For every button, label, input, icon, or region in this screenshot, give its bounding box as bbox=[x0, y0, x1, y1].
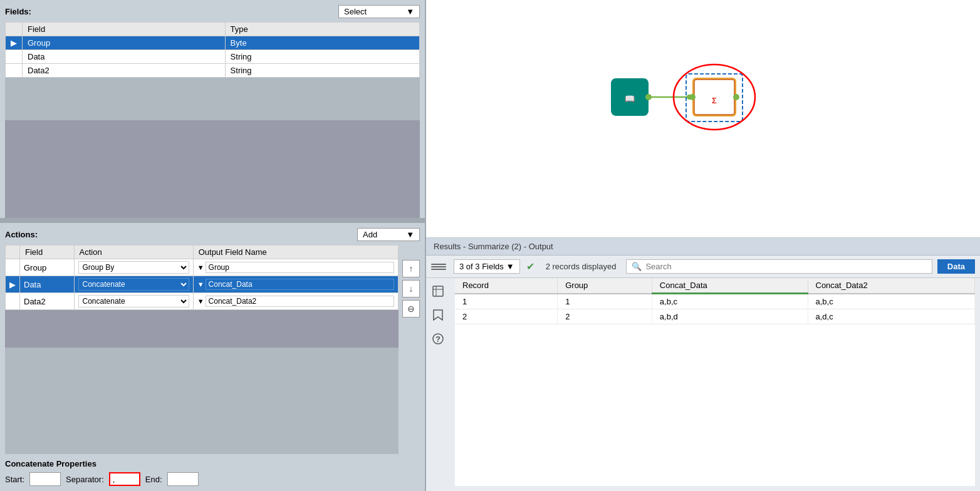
add-dropdown-button[interactable]: Add ▼ bbox=[357, 228, 420, 241]
end-label: End: bbox=[145, 475, 162, 484]
action-type: Concatenate bbox=[74, 276, 193, 293]
fields-count-button[interactable]: 3 of 3 Fields ▼ bbox=[454, 259, 520, 274]
actions-table: Field Action Output Field Name Group Gro… bbox=[5, 245, 399, 310]
fields-header: Fields: Select ▼ bbox=[5, 5, 420, 18]
fields-col-field: Field bbox=[23, 23, 226, 36]
fields-col-arrow bbox=[6, 23, 23, 36]
output-field: ▼ bbox=[193, 259, 398, 276]
svg-text:?: ? bbox=[435, 334, 440, 344]
row-arrow: ▶ bbox=[6, 36, 23, 50]
results-table: Record Group Concat_Data Concat_Data2 1 … bbox=[455, 278, 975, 324]
concat-fields-row: Start: Separator: End: bbox=[5, 472, 420, 486]
data-button-label: Data bbox=[947, 262, 965, 271]
action-row-arrow bbox=[6, 259, 20, 276]
lines-icon bbox=[431, 262, 446, 271]
svg-rect-1 bbox=[433, 286, 443, 296]
actions-grey-area bbox=[5, 310, 399, 348]
results-table-container: Record Group Concat_Data Concat_Data2 1 … bbox=[455, 278, 975, 486]
result-group: 1 bbox=[558, 294, 652, 309]
select-dropdown-button[interactable]: Select ▼ bbox=[338, 5, 420, 18]
table-icon[interactable] bbox=[430, 283, 446, 299]
section-divider bbox=[0, 218, 425, 223]
col-header-record: Record bbox=[455, 278, 558, 294]
action-type: Concatenate bbox=[74, 293, 193, 310]
result-concat-data2: a,d,c bbox=[808, 309, 975, 324]
action-type: Group By bbox=[74, 259, 193, 276]
select-dropdown-icon: ▼ bbox=[406, 7, 414, 16]
fields-label: Fields: bbox=[5, 7, 31, 16]
results-table-row: 2 2 a,b,d a,d,c bbox=[455, 309, 975, 324]
data-button[interactable]: Data bbox=[937, 259, 975, 274]
col-header-concat-data: Concat_Data bbox=[652, 278, 808, 294]
bookmark-icon[interactable] bbox=[430, 307, 446, 323]
action-select[interactable]: Group By bbox=[78, 261, 189, 274]
search-box: 🔍 bbox=[626, 259, 932, 274]
field-name: Data bbox=[23, 50, 226, 64]
fields-table-row[interactable]: ▶ Group Byte bbox=[6, 36, 420, 50]
actions-table-container: Field Action Output Field Name Group Gro… bbox=[5, 245, 399, 454]
remove-button[interactable]: ⊖ bbox=[402, 300, 420, 318]
result-record: 2 bbox=[455, 309, 558, 324]
move-down-button[interactable]: ↓ bbox=[402, 280, 420, 297]
select-label: Select bbox=[344, 7, 367, 16]
left-panel: Fields: Select ▼ Field Type ▶ Group Byte bbox=[0, 0, 426, 491]
action-row-arrow bbox=[6, 293, 20, 310]
actions-table-wrapper: Field Action Output Field Name Group Gro… bbox=[5, 245, 420, 454]
fields-table-row[interactable]: Data String bbox=[6, 50, 420, 64]
add-label: Add bbox=[363, 230, 377, 239]
move-up-button[interactable]: ↑ bbox=[402, 260, 420, 277]
results-title: Results - Summarize (2) - Output bbox=[434, 242, 553, 251]
left-icon-group bbox=[431, 262, 446, 271]
start-label: Start: bbox=[5, 475, 24, 484]
actions-table-row[interactable]: Group Group By ▼ bbox=[6, 259, 399, 276]
fields-count-dropdown-icon: ▼ bbox=[506, 262, 514, 271]
result-concat-data2: a,b,c bbox=[808, 294, 975, 309]
fields-col-type: Type bbox=[225, 23, 419, 36]
concat-section: Concatenate Properties Start: Separator:… bbox=[5, 454, 420, 486]
results-panel: Results - Summarize (2) - Output 3 of 3 … bbox=[426, 238, 980, 491]
separator-input[interactable] bbox=[109, 472, 140, 486]
fields-grey-area bbox=[5, 120, 420, 219]
field-name: Group bbox=[23, 36, 226, 50]
output-field: ▼ bbox=[193, 293, 398, 310]
fields-count-text: 3 of 3 Fields bbox=[459, 262, 504, 271]
output-field-input[interactable] bbox=[206, 262, 394, 273]
records-count: 2 records displayed bbox=[546, 262, 617, 271]
action-select[interactable]: Concatenate bbox=[78, 295, 189, 308]
results-toolbar: 3 of 3 Fields ▼ ✔ 2 records displayed 🔍 … bbox=[426, 256, 980, 278]
svg-marker-4 bbox=[434, 310, 442, 320]
action-field: Group bbox=[20, 259, 75, 276]
add-dropdown-icon: ▼ bbox=[406, 230, 414, 239]
action-field: Data2 bbox=[20, 293, 75, 310]
output-field-input[interactable] bbox=[206, 279, 394, 290]
fields-section: Fields: Select ▼ Field Type ▶ Group Byte bbox=[5, 5, 420, 218]
separator-label: Separator: bbox=[66, 475, 104, 484]
concat-title: Concatenate Properties bbox=[5, 459, 420, 468]
side-buttons: ↑ ↓ ⊖ bbox=[399, 245, 420, 454]
actions-label: Actions: bbox=[5, 230, 38, 239]
fields-table-container: Field Type ▶ Group Byte Data String Data… bbox=[5, 22, 420, 120]
fields-table-row[interactable]: Data2 String bbox=[6, 64, 420, 78]
actions-col-output: Output Field Name bbox=[193, 246, 398, 259]
book-icon: 📖 bbox=[625, 93, 635, 104]
end-input[interactable] bbox=[167, 472, 199, 486]
col-header-group: Group bbox=[558, 278, 652, 294]
actions-table-row[interactable]: ▶ Data Concatenate ▼ bbox=[6, 276, 399, 293]
fields-table: Field Type ▶ Group Byte Data String Data… bbox=[5, 22, 420, 78]
row-arrow bbox=[6, 64, 23, 78]
action-select[interactable]: Concatenate bbox=[78, 278, 189, 291]
help-icon[interactable]: ? bbox=[430, 331, 446, 347]
results-header: Results - Summarize (2) - Output bbox=[426, 238, 980, 256]
result-record: 1 bbox=[455, 294, 558, 309]
summarize-input-dot bbox=[689, 94, 696, 100]
start-input[interactable] bbox=[29, 472, 61, 486]
field-name: Data2 bbox=[23, 64, 226, 78]
output-field-input[interactable] bbox=[206, 296, 394, 307]
row-arrow bbox=[6, 50, 23, 64]
field-type: String bbox=[225, 64, 419, 78]
field-type: String bbox=[225, 50, 419, 64]
search-input[interactable] bbox=[645, 262, 926, 271]
result-group: 2 bbox=[558, 309, 652, 324]
actions-table-row[interactable]: Data2 Concatenate ▼ bbox=[6, 293, 399, 310]
canvas-area[interactable]: 📖 Σ bbox=[426, 0, 980, 238]
